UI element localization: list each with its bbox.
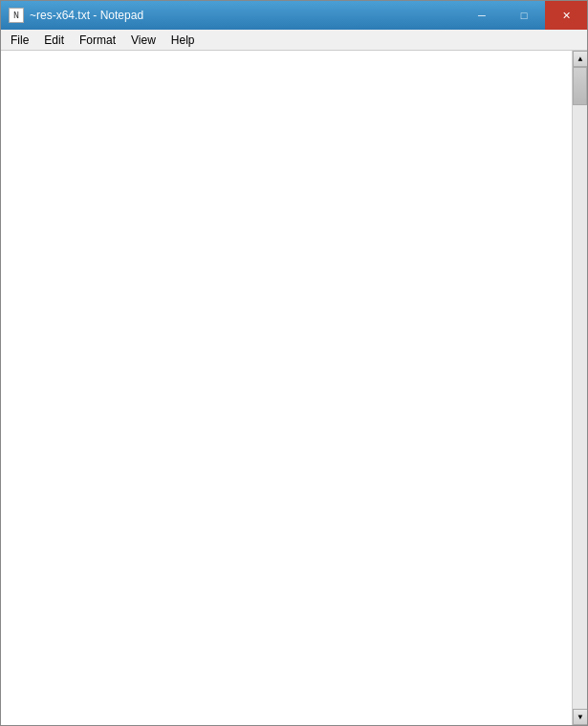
scroll-up-button[interactable]: ▲ xyxy=(573,51,587,67)
scroll-thumb[interactable] xyxy=(573,67,587,105)
menu-file[interactable]: File xyxy=(3,31,36,50)
menu-view[interactable]: View xyxy=(123,31,163,50)
maximize-button[interactable]: □ xyxy=(503,1,545,30)
menu-format[interactable]: Format xyxy=(72,31,123,50)
title-bar-controls: ─ □ ✕ xyxy=(461,1,587,30)
app-icon: N xyxy=(9,8,24,23)
title-bar: N ~res-x64.txt - Notepad ─ □ ✕ xyxy=(1,1,587,30)
minimize-button[interactable]: ─ xyxy=(461,1,503,30)
scroll-down-button[interactable]: ▼ xyxy=(573,709,587,725)
menu-help[interactable]: Help xyxy=(163,31,203,50)
app-icon-letter: N xyxy=(13,11,19,21)
scroll-track xyxy=(573,67,587,709)
menu-bar: File Edit Format View Help xyxy=(1,30,587,51)
notepad-window: N ~res-x64.txt - Notepad ─ □ ✕ File Edit… xyxy=(0,0,588,726)
close-button[interactable]: ✕ xyxy=(545,1,587,30)
window-title: ~res-x64.txt - Notepad xyxy=(30,9,143,22)
scrollbar: ▲ ▼ xyxy=(572,51,587,725)
title-bar-left: N ~res-x64.txt - Notepad xyxy=(9,8,143,23)
text-editor[interactable] xyxy=(1,51,572,725)
menu-edit[interactable]: Edit xyxy=(36,31,72,50)
text-area-container: ▲ ▼ xyxy=(1,51,587,725)
